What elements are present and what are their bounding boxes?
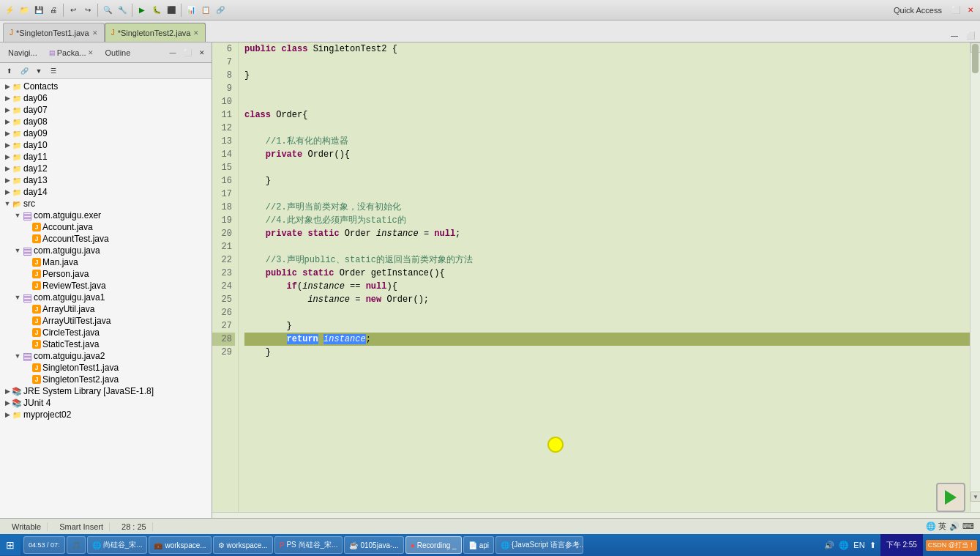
left-panel-min[interactable]: — <box>166 46 179 59</box>
tree-item[interactable]: ▶📁myproject02 <box>0 409 212 420</box>
tree-arrow-icon: ▶ <box>3 129 12 138</box>
tree-item[interactable]: ▶📁day14 <box>0 186 212 198</box>
tab-singleton-test1[interactable]: J *SingletonTest1.java ✕ <box>3 23 105 42</box>
tree-item[interactable]: ▼▤com.atguigu.java1 <box>0 292 212 303</box>
code-line <box>244 56 970 69</box>
tab-bar: J *SingletonTest1.java ✕ J *SingletonTes… <box>0 21 980 42</box>
tab-singleton-test2[interactable]: J *SingletonTest2.java ✕ <box>105 23 206 42</box>
tree-item[interactable]: ▶📁Contacts <box>0 81 212 92</box>
tree-item[interactable]: JArrayUtil.java <box>0 303 212 315</box>
tab2-close[interactable]: ✕ <box>193 29 199 37</box>
tree-item[interactable]: JAccount.java <box>0 221 212 233</box>
tree-item[interactable]: ▶📁day10 <box>0 139 212 151</box>
tree-item[interactable]: ▼📂src <box>0 198 212 210</box>
taskbar-btn-media[interactable]: 🎵 <box>67 536 86 554</box>
code-line <box>244 82 970 95</box>
tree-item[interactable]: JAccountTest.java <box>0 233 212 245</box>
left-tab-outline[interactable]: Outline <box>100 46 136 59</box>
taskbar-btn-recording[interactable]: ● Recording _ <box>405 536 462 554</box>
link-icon[interactable]: 🔗 <box>18 64 31 78</box>
tree-item[interactable]: ▶📁day06 <box>0 92 212 104</box>
scroll-down-arrow[interactable]: ▼ <box>970 492 980 502</box>
tree-item[interactable]: ▶📁day08 <box>0 116 212 127</box>
taskbar-btn-1[interactable]: 🌐 尚硅谷_宋... <box>87 536 148 554</box>
taskbar-btn-4[interactable]: P PS 尚硅谷_宋... <box>274 536 343 554</box>
start-button[interactable]: ⊞ <box>0 535 20 555</box>
tree-item-label: Contacts <box>23 81 58 92</box>
toolbar-icon-1[interactable]: ⚡ <box>3 4 16 17</box>
horizontal-scrollbar[interactable] <box>212 512 980 518</box>
taskbar-btn-5[interactable]: ☕ 0105java-... <box>344 536 403 554</box>
tree-item[interactable]: ▶📚JUnit 4 <box>0 397 212 409</box>
scroll-thumb[interactable] <box>972 44 979 73</box>
toolbar-icon-7[interactable]: 🔍 <box>101 4 114 17</box>
tree-arrow-icon: ▶ <box>3 117 12 126</box>
view-menu-icon[interactable]: ☰ <box>47 64 60 78</box>
toolbar-sep-3 <box>132 4 132 17</box>
toolbar-icon-11[interactable]: 🔗 <box>214 4 227 17</box>
tree-item[interactable]: JPerson.java <box>0 268 212 280</box>
taskbar-btn-time[interactable]: 04:53 / 07: <box>23 536 65 554</box>
taskbar-btn-api[interactable]: 📄 api <box>463 536 494 554</box>
code-line: public static Order getInstance(){ <box>244 267 970 280</box>
line-number: 24 <box>212 280 235 293</box>
tree-item-label: AccountTest.java <box>42 234 109 244</box>
left-panel: Navigi... ▤ Packa... ✕ Outline — ⬜ ✕ ⬆ 🔗… <box>0 42 212 518</box>
tree-item[interactable]: ▶📁day09 <box>0 127 212 139</box>
tree-item[interactable]: ▶📁day12 <box>0 163 212 174</box>
tree-view[interactable]: ▶📁Contacts▶📁day06▶📁day07▶📁day08▶📁day09▶📁… <box>0 79 212 518</box>
left-panel-close[interactable]: ✕ <box>195 46 209 59</box>
close-icon[interactable]: ✕ <box>964 4 977 17</box>
toolbar-icon-6[interactable]: ↪ <box>81 4 94 17</box>
toolbar-icon-8[interactable]: 🔧 <box>116 4 129 17</box>
right-scrollbar[interactable]: ▲ ▼ <box>970 42 980 512</box>
collapse-icon[interactable]: ⬆ <box>3 64 16 78</box>
tree-item[interactable]: JSingletonTest1.java <box>0 362 212 374</box>
tree-item[interactable]: ▼▤com.atguigu.java2 <box>0 350 212 362</box>
tree-item-icon: 📁 <box>12 175 22 185</box>
tree-item[interactable]: JStaticTest.java <box>0 338 212 350</box>
left-tab-navi[interactable]: Navigi... <box>3 46 42 59</box>
tree-item[interactable]: JMan.java <box>0 256 212 268</box>
tab1-close[interactable]: ✕ <box>92 29 98 37</box>
code-line <box>244 188 970 201</box>
editor-max-icon[interactable]: ⬜ <box>964 29 977 42</box>
filter-icon[interactable]: ▼ <box>32 64 45 78</box>
editor-min-icon[interactable]: — <box>948 29 961 42</box>
tree-item[interactable]: ▶📁day13 <box>0 174 212 186</box>
tree-item[interactable]: JSingletonTest2.java <box>0 374 212 385</box>
tree-item-icon: 📁 <box>12 105 22 115</box>
toolbar-icon-3[interactable]: 💾 <box>32 4 45 17</box>
maximize-icon[interactable]: ⬜ <box>949 4 962 17</box>
taskbar-btn-2[interactable]: 💼 workspace... <box>149 536 211 554</box>
tree-item[interactable]: JCircleTest.java <box>0 327 212 338</box>
toolbar-icon-4[interactable]: 🖨 <box>47 4 60 17</box>
tree-item[interactable]: ▼▤com.atguigu.exer <box>0 210 212 221</box>
play-button[interactable] <box>936 483 965 512</box>
toolbar-icon-2[interactable]: 📁 <box>18 4 31 17</box>
line-number: 10 <box>212 95 235 108</box>
toolbar-icon-5[interactable]: ↩ <box>67 4 80 17</box>
tree-item[interactable]: JReviewTest.java <box>0 280 212 292</box>
code-editor[interactable]: public class SingletonTest2 { } class Or… <box>239 42 970 512</box>
debug-icon[interactable]: 🐛 <box>150 4 163 17</box>
line-number: 7 <box>212 56 235 69</box>
left-panel-max[interactable]: ⬜ <box>181 46 194 59</box>
tree-item[interactable]: ▶📁day11 <box>0 151 212 163</box>
tree-item[interactable]: ▼▤com.atguigu.java <box>0 245 212 256</box>
tree-item[interactable]: ▶📚JRE System Library [JavaSE-1.8] <box>0 385 212 397</box>
tree-item-label: SingletonTest2.java <box>42 374 119 385</box>
run-icon[interactable]: ▶ <box>135 4 149 17</box>
toolbar-icon-9[interactable]: 📊 <box>184 4 198 17</box>
left-tab-packa[interactable]: ▤ Packa... ✕ <box>44 46 99 59</box>
line-number: 14 <box>212 148 235 161</box>
toolbar-icon-10[interactable]: 📋 <box>199 4 212 17</box>
taskbar: ⊞ 04:53 / 07: 🎵 🌐 尚硅谷_宋... 💼 workspace..… <box>0 534 980 556</box>
taskbar-btn-js[interactable]: 🌐 {JavaScript 语言参考... <box>495 536 583 554</box>
line-number: 15 <box>212 161 235 174</box>
tree-item[interactable]: JArrayUtilTest.java <box>0 315 212 327</box>
stop-icon[interactable]: ⬛ <box>165 4 178 17</box>
tree-item[interactable]: ▶📁day07 <box>0 104 212 116</box>
taskbar-btn-3[interactable]: ⚙ workspace... <box>213 536 273 554</box>
left-tab-packa-close[interactable]: ✕ <box>88 49 94 56</box>
